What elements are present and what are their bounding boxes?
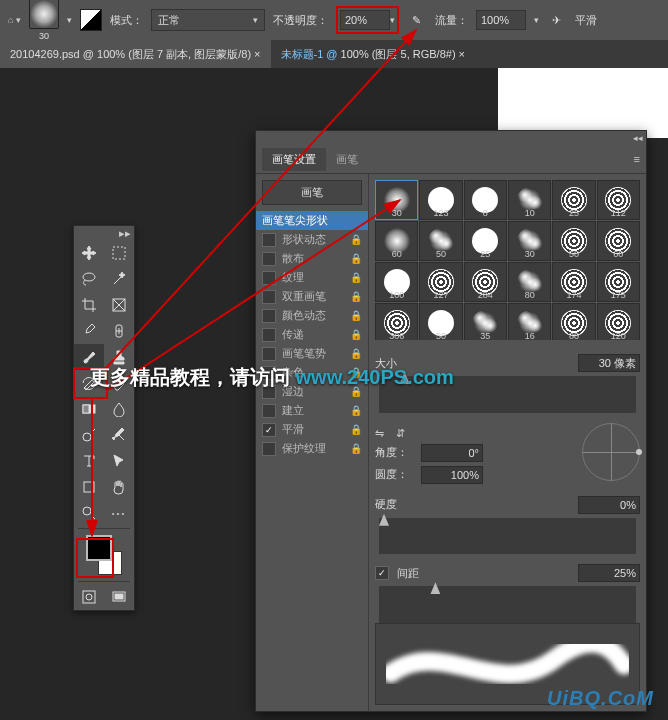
hardness-field[interactable]: 0% bbox=[578, 496, 640, 514]
blend-mode-dropdown[interactable]: 正常 ▾ bbox=[151, 9, 265, 31]
lock-icon[interactable]: 🔒 bbox=[350, 424, 362, 435]
pose-row[interactable]: 画笔笔势🔒 bbox=[256, 344, 368, 363]
brush-preset-item[interactable]: 35 bbox=[464, 303, 507, 340]
path-select-tool[interactable] bbox=[104, 448, 134, 474]
frame-tool[interactable] bbox=[104, 292, 134, 318]
zoom-tool[interactable] bbox=[74, 500, 104, 526]
foreground-color[interactable] bbox=[86, 535, 112, 561]
dual-brush-row[interactable]: 双重画笔🔒 bbox=[256, 287, 368, 306]
panel-menu-icon[interactable]: ≡ bbox=[634, 153, 640, 165]
type-tool[interactable] bbox=[74, 448, 104, 474]
angle-dial[interactable] bbox=[582, 423, 640, 481]
brush-preset-item[interactable]: 30 bbox=[508, 221, 551, 261]
lock-icon[interactable]: 🔒 bbox=[350, 443, 362, 454]
color-dynamics-row[interactable]: 颜色动态🔒 bbox=[256, 306, 368, 325]
brush-preset-chevron-icon[interactable]: ▾ bbox=[67, 15, 72, 25]
lock-icon[interactable]: 🔒 bbox=[350, 291, 362, 302]
brush-preset-picker[interactable]: 30 bbox=[29, 0, 59, 41]
lasso-tool[interactable] bbox=[74, 266, 104, 292]
hand-tool[interactable] bbox=[104, 474, 134, 500]
brush-panel-toggle-icon[interactable] bbox=[80, 9, 102, 31]
lock-icon[interactable]: 🔒 bbox=[350, 272, 362, 283]
brush-preset-item[interactable]: 30 bbox=[375, 180, 418, 220]
flip-y-icon[interactable]: ⇵ bbox=[396, 427, 409, 440]
flip-x-icon[interactable]: ⇋ bbox=[375, 427, 388, 440]
protect-texture-row[interactable]: 保护纹理🔒 bbox=[256, 439, 368, 458]
brush-preset-item[interactable]: 127 bbox=[419, 262, 462, 302]
brush-preset-item[interactable]: 60 bbox=[375, 221, 418, 261]
panel-header[interactable]: ◂◂ bbox=[256, 131, 646, 145]
lock-icon[interactable]: 🔒 bbox=[350, 348, 362, 359]
color-swatch[interactable] bbox=[86, 535, 122, 575]
checkbox[interactable] bbox=[262, 252, 276, 266]
pen-tool[interactable] bbox=[104, 422, 134, 448]
checkbox[interactable] bbox=[262, 347, 276, 361]
brush-preset-item[interactable]: 123 bbox=[419, 180, 462, 220]
checkbox[interactable] bbox=[262, 290, 276, 304]
healing-tool[interactable] bbox=[104, 318, 134, 344]
smoothing-row[interactable]: 平滑🔒 bbox=[256, 420, 368, 439]
checkbox[interactable] bbox=[262, 423, 276, 437]
crop-tool[interactable] bbox=[74, 292, 104, 318]
brushes-button[interactable]: 画笔 bbox=[262, 180, 362, 205]
screenmode-toggle[interactable] bbox=[104, 584, 134, 610]
home-chevron-icon[interactable]: ⌂ ▾ bbox=[8, 15, 21, 25]
lock-icon[interactable]: 🔒 bbox=[350, 234, 362, 245]
checkbox[interactable] bbox=[262, 271, 276, 285]
brush-preset-item[interactable]: 50 bbox=[552, 221, 595, 261]
pressure-opacity-icon[interactable]: ✎ bbox=[407, 10, 427, 30]
brush-preset-item[interactable]: 25 bbox=[552, 180, 595, 220]
shape-tool[interactable] bbox=[74, 474, 104, 500]
dodge-tool[interactable] bbox=[74, 422, 104, 448]
brush-preset-item[interactable]: 16 bbox=[508, 303, 551, 340]
brush-preset-item[interactable]: 306 bbox=[375, 303, 418, 340]
lock-icon[interactable]: 🔒 bbox=[350, 310, 362, 321]
brush-preset-item[interactable]: 174 bbox=[552, 262, 595, 302]
brush-preset-item[interactable]: 60 bbox=[597, 221, 640, 261]
lock-icon[interactable]: 🔒 bbox=[350, 253, 362, 264]
tab-brush-settings[interactable]: 画笔设置 bbox=[262, 148, 326, 171]
brush-preset-item[interactable]: 80 bbox=[552, 303, 595, 340]
angle-field[interactable]: 0° bbox=[421, 444, 483, 462]
brush-preset-item[interactable]: 175 bbox=[597, 262, 640, 302]
quickmask-toggle[interactable] bbox=[74, 584, 104, 610]
size-field[interactable]: 30 像素 bbox=[578, 354, 640, 372]
document-tab-1[interactable]: 20104269.psd @ 100% (图层 7 副本, 图层蒙版/8) × bbox=[0, 40, 271, 68]
tab-brushes[interactable]: 画笔 bbox=[326, 148, 368, 171]
brush-preset-item[interactable]: 50 bbox=[419, 221, 462, 261]
flow-field[interactable]: 100% bbox=[476, 10, 526, 30]
checkbox[interactable] bbox=[262, 309, 276, 323]
airbrush-icon[interactable]: ✈ bbox=[547, 10, 567, 30]
checkbox[interactable] bbox=[262, 442, 276, 456]
tip-shape-row[interactable]: 画笔笔尖形状 bbox=[256, 211, 368, 230]
document-canvas[interactable] bbox=[498, 68, 668, 138]
brush-preset-item[interactable]: 50 bbox=[419, 303, 462, 340]
brush-preset-item[interactable]: 8 bbox=[464, 180, 507, 220]
brush-preset-item[interactable]: 80 bbox=[508, 262, 551, 302]
lock-icon[interactable]: 🔒 bbox=[350, 329, 362, 340]
opacity-field[interactable]: 20% bbox=[340, 10, 390, 30]
flow-chevron-icon[interactable]: ▾ bbox=[534, 15, 539, 25]
eyedropper-tool[interactable] bbox=[74, 318, 104, 344]
brush-preset-item[interactable]: 25 bbox=[464, 221, 507, 261]
marquee-tool[interactable] bbox=[104, 240, 134, 266]
roundness-field[interactable]: 100% bbox=[421, 466, 483, 484]
brush-preset-item[interactable]: 10 bbox=[508, 180, 551, 220]
edit-toolbar[interactable]: ••• bbox=[104, 500, 134, 526]
brush-preset-item[interactable]: 120 bbox=[597, 303, 640, 340]
texture-row[interactable]: 纹理🔒 bbox=[256, 268, 368, 287]
shape-dynamics-row[interactable]: 形状动态🔒 bbox=[256, 230, 368, 249]
transfer-row[interactable]: 传递🔒 bbox=[256, 325, 368, 344]
blur-tool[interactable] bbox=[104, 396, 134, 422]
checkbox[interactable] bbox=[262, 404, 276, 418]
brush-preset-item[interactable]: 100 bbox=[375, 262, 418, 302]
brush-preset-item[interactable]: 284 bbox=[464, 262, 507, 302]
checkbox[interactable] bbox=[262, 328, 276, 342]
move-tool[interactable] bbox=[74, 240, 104, 266]
magic-wand-tool[interactable] bbox=[104, 266, 134, 292]
gradient-tool[interactable] bbox=[74, 396, 104, 422]
spacing-field[interactable]: 25% bbox=[578, 564, 640, 582]
toolbox-header[interactable]: ▸▸ bbox=[74, 226, 134, 240]
spacing-checkbox[interactable] bbox=[375, 566, 389, 580]
scatter-row[interactable]: 散布🔒 bbox=[256, 249, 368, 268]
